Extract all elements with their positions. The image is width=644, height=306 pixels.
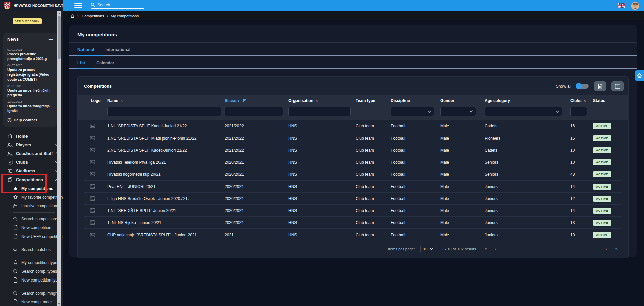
competition-row[interactable]: 1. NL NS Rijeka - juniori 20/21 2020/202…	[84, 217, 622, 229]
competition-row[interactable]: Hrvatski nogometni kup 20/21 2020/2021 H…	[84, 168, 622, 181]
clubs-filter-input[interactable]	[570, 107, 587, 116]
breadcrumb-competitions[interactable]: Competitions	[82, 14, 104, 18]
status-badge: ACTIVE	[593, 184, 611, 190]
page-number-button[interactable]	[542, 245, 550, 253]
competition-gender: Male	[440, 196, 485, 201]
competition-row[interactable]: CUP natjecanje "SREDIŠTA SPLIT" - Junior…	[84, 229, 622, 241]
column-status: Status	[593, 95, 622, 104]
sidebar-scrollbar[interactable]	[57, 11, 61, 306]
sort-desc-icon[interactable]: ↓	[241, 99, 246, 103]
settings-gear-button[interactable]	[635, 70, 644, 81]
competition-row[interactable]: 2.NL "SREDIŠTA SPLIT Kadeti-Juniori 21/2…	[84, 144, 622, 156]
sidebar-item[interactable]: Search comp. types	[0, 267, 63, 276]
breadcrumb-my-competitions[interactable]: My competitions	[111, 14, 139, 18]
competition-age-category: Juniors	[485, 208, 570, 213]
tab-national[interactable]: National	[77, 47, 94, 55]
sidebar-item[interactable]: Search competitions	[0, 215, 63, 223]
competition-name: 2.NL "SREDIŠTA SPLIT Kadeti-Juniori 21/2…	[107, 148, 225, 153]
competition-organisation: HNS	[288, 184, 356, 189]
sidebar-item[interactable]: My favorite competitions	[0, 193, 63, 202]
last-page-button[interactable]: »	[612, 245, 621, 253]
sidebar-item[interactable]: New comp. mngr	[0, 298, 63, 306]
competition-row[interactable]: 1.NL "SREDIŠTE SPLIT" Juniori 20/21 2020…	[84, 205, 622, 217]
page-number-button[interactable]	[501, 245, 510, 253]
competition-row[interactable]: 1.NL "SREDIŠTA SPLIT Mlađi pioniri-Pioni…	[84, 132, 622, 144]
sidebar-item[interactable]: Search matches	[0, 245, 63, 254]
page-number-button[interactable]	[512, 245, 520, 253]
sidebar-item-label: Search competitions	[21, 217, 58, 221]
competition-row[interactable]: Prva HNL - JUNIORI 20/21 2020/2021 HNS C…	[84, 181, 622, 193]
sidebar-item[interactable]: Players	[0, 141, 63, 149]
sidebar-item[interactable]: Inactive competitions	[0, 202, 63, 210]
page-number-button[interactable]	[572, 245, 581, 253]
items-per-page-select[interactable]: 10	[420, 245, 437, 253]
scrollbar-thumb[interactable]	[58, 16, 61, 59]
age-category-filter-select[interactable]	[485, 107, 562, 116]
competition-team-type: Club team	[356, 172, 391, 177]
page-number-button[interactable]	[552, 245, 560, 253]
sort-icon[interactable]: ↑↓	[315, 99, 317, 103]
page-number-button[interactable]	[582, 245, 591, 253]
news-item[interactable]: 12.01.2018 Uputa za unos fotografija igr…	[7, 100, 53, 113]
home-icon[interactable]	[70, 14, 75, 18]
language-flag-icon[interactable]	[618, 3, 625, 8]
user-avatar[interactable]	[631, 2, 639, 10]
sidebar-item[interactable]: Home	[0, 132, 63, 141]
competition-row[interactable]: Hrvatski Telekom Prva liga 20/21 2020/20…	[84, 156, 622, 168]
sidebar-item[interactable]: My competitions	[0, 184, 63, 193]
page-number-button[interactable]	[562, 245, 571, 253]
competition-discipline: Football	[391, 136, 440, 141]
discipline-filter-select[interactable]	[391, 107, 434, 116]
sidebar-item[interactable]: Search comp. mngr	[0, 289, 63, 298]
sidebar-item[interactable]: Competitions	[0, 175, 63, 184]
collapse-news-icon[interactable]: —	[49, 37, 53, 42]
news-item[interactable]: 04.07.2020 Uputa za proces registracije …	[7, 64, 53, 82]
news-title: News	[7, 37, 19, 42]
name-filter-input[interactable]	[107, 107, 221, 116]
next-page-button[interactable]: ›	[602, 245, 611, 253]
sort-icon[interactable]: ↑↓	[120, 99, 122, 103]
sidebar-item[interactable]: My competition types	[0, 258, 63, 267]
global-search[interactable]	[91, 3, 144, 9]
gender-filter-select[interactable]	[440, 107, 476, 116]
tab-list[interactable]: List	[77, 61, 85, 68]
column-name: Name↑↓	[107, 95, 225, 104]
sort-icon[interactable]: ↑↓	[583, 99, 585, 103]
first-page-button[interactable]: «	[481, 245, 490, 253]
page-number-button[interactable]	[532, 245, 540, 253]
previous-page-button[interactable]: ‹	[491, 245, 500, 253]
columns-button[interactable]	[611, 81, 624, 91]
competition-gender: Male	[440, 148, 485, 153]
status-badge: ACTIVE	[593, 123, 611, 129]
competition-season: 2020/2021	[225, 172, 288, 177]
sidebar-item-label: Competitions	[16, 177, 43, 182]
sidebar-item-label: Search comp. types	[21, 269, 57, 274]
competition-discipline: Football	[391, 184, 440, 189]
page-number-button[interactable]	[522, 245, 530, 253]
competition-row[interactable]: I. liga HNS Središte Osijek - Juniori 20…	[84, 193, 622, 205]
page-number-button[interactable]	[592, 245, 601, 253]
tab-calendar[interactable]: Calendar	[96, 61, 114, 68]
sidebar-item[interactable]: New UEFA competition	[0, 232, 63, 241]
sidebar-item-icon	[13, 234, 18, 239]
help-contact-link[interactable]: Help contact	[7, 118, 53, 122]
search-input[interactable]	[97, 3, 138, 7]
show-all-toggle[interactable]	[576, 84, 589, 89]
competition-row[interactable]: 1.NL "SREDIŠTA SPLIT Kadeti-Juniori 21/2…	[84, 120, 622, 132]
sidebar-item[interactable]: New competition	[0, 223, 63, 232]
show-all-label: Show all	[556, 84, 571, 89]
sidebar-item[interactable]: Coaches and Staff	[0, 149, 63, 158]
scroll-up-arrow[interactable]	[57, 11, 61, 16]
tab-international[interactable]: International	[105, 47, 130, 55]
news-item[interactable]: 01.01.2021 Proces provedbe preregistraci…	[7, 48, 53, 61]
sidebar-item[interactable]: Clubs	[0, 158, 63, 167]
organisation-filter-input[interactable]	[288, 107, 351, 116]
sidebar-item-icon	[7, 142, 13, 148]
sidebar-item[interactable]: Stadiums	[0, 167, 63, 175]
export-file-button[interactable]	[594, 81, 606, 91]
menu-icon[interactable]	[74, 2, 82, 9]
sidebar-item[interactable]: New competition type	[0, 276, 63, 285]
sidebar-group-divider	[13, 287, 55, 287]
season-filter-input[interactable]	[225, 107, 283, 116]
news-item[interactable]: 31.01.2020 Upute za unos liječničkih pre…	[7, 84, 53, 97]
